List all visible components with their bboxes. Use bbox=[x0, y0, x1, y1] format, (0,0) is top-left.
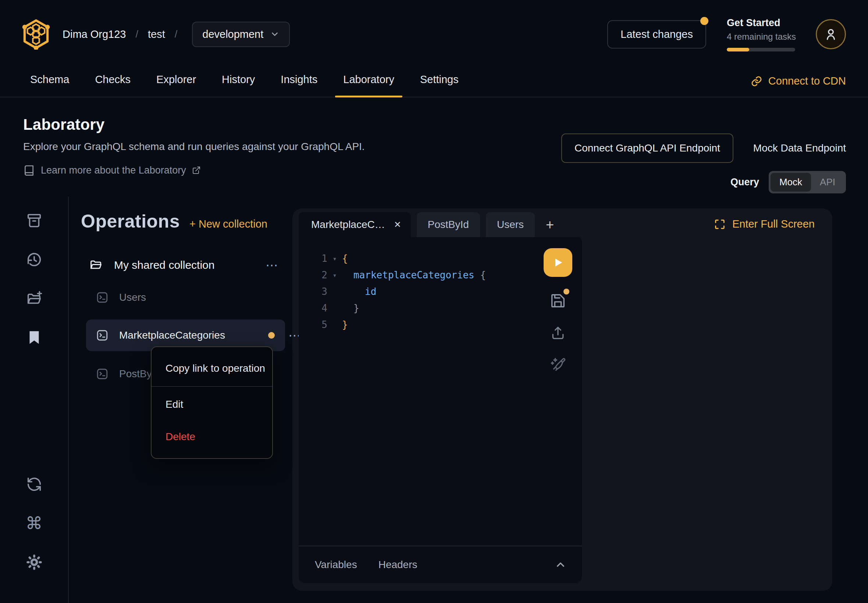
latest-changes-button[interactable]: Latest changes bbox=[607, 20, 706, 48]
editor-tab-label: Users bbox=[497, 219, 524, 230]
target-select[interactable]: development bbox=[192, 22, 290, 47]
operation-row-users[interactable]: Users bbox=[86, 287, 285, 308]
breadcrumb: Dima Org123 / test / development bbox=[62, 22, 290, 47]
settings-gear-icon[interactable] bbox=[26, 554, 43, 571]
nav-tab-laboratory[interactable]: Laboratory bbox=[335, 74, 402, 97]
collection-name: My shared collection bbox=[114, 259, 214, 271]
query-mode-toggle: Mock API bbox=[769, 171, 846, 193]
refresh-icon[interactable] bbox=[26, 476, 43, 493]
fullscreen-button[interactable]: Enter Full Screen bbox=[714, 218, 815, 230]
menu-item-delete[interactable]: Delete bbox=[152, 421, 272, 453]
editor-tab-label: PostById bbox=[428, 219, 469, 230]
breadcrumb-separator: / bbox=[175, 29, 178, 40]
latest-changes-label: Latest changes bbox=[620, 28, 693, 40]
operation-name: Users bbox=[119, 292, 146, 303]
main-nav: Schema Checks Explorer History Insights … bbox=[0, 59, 868, 97]
unsaved-dot bbox=[563, 289, 569, 295]
learn-more-link[interactable]: Learn more about the Laboratory bbox=[23, 164, 365, 176]
code-token: } bbox=[342, 317, 348, 333]
breadcrumb-project[interactable]: test bbox=[148, 28, 165, 40]
editor-tab-marketplacecategories[interactable]: MarketplaceC… ✕ bbox=[299, 212, 411, 237]
query-mode-api[interactable]: API bbox=[811, 173, 844, 192]
user-avatar[interactable] bbox=[816, 19, 846, 49]
connect-cdn-link[interactable]: Connect to CDN bbox=[751, 75, 846, 97]
page-description: Explore your GraphQL schema and run quer… bbox=[23, 141, 365, 153]
prettify-button[interactable] bbox=[549, 356, 566, 373]
query-mode-mock[interactable]: Mock bbox=[771, 173, 811, 192]
hive-logo-icon[interactable] bbox=[22, 19, 50, 49]
fold-arrow-icon[interactable]: ▾ bbox=[327, 250, 342, 267]
operation-icon bbox=[96, 367, 109, 380]
line-number: 4 bbox=[316, 300, 327, 317]
code-token: { bbox=[342, 250, 348, 267]
new-collection-button[interactable]: + New collection bbox=[189, 218, 268, 230]
collection-menu-button[interactable]: ⋯ bbox=[266, 261, 279, 269]
operations-sidebar: Operations + New collection My shared co… bbox=[68, 197, 292, 603]
code-area[interactable]: 1 ▾ { 2 ▾ marketplaceCategories { 3 bbox=[299, 237, 582, 546]
top-bar: Dima Org123 / test / development Latest … bbox=[0, 0, 868, 59]
expand-icon bbox=[714, 218, 726, 230]
upload-icon bbox=[550, 325, 566, 341]
query-toggle-label: Query bbox=[730, 176, 759, 188]
history-icon[interactable] bbox=[26, 251, 43, 268]
collection-row[interactable]: My shared collection ⋯ bbox=[69, 255, 292, 275]
broom-sparkles-icon bbox=[549, 356, 566, 373]
run-query-button[interactable] bbox=[544, 248, 572, 277]
operations-title: Operations bbox=[81, 211, 180, 232]
headers-tab[interactable]: Headers bbox=[379, 559, 418, 571]
breadcrumb-separator: / bbox=[135, 29, 138, 40]
editor-tab-users[interactable]: Users bbox=[486, 212, 535, 237]
code-token: marketplaceCategories bbox=[342, 267, 475, 283]
share-button[interactable] bbox=[550, 325, 566, 341]
save-icon bbox=[549, 292, 566, 309]
close-icon[interactable]: ✕ bbox=[394, 220, 401, 230]
learn-more-label: Learn more about the Laboratory bbox=[41, 165, 186, 176]
code-line: 5 } bbox=[316, 317, 582, 333]
chevron-down-icon bbox=[270, 29, 280, 39]
variables-tab[interactable]: Variables bbox=[315, 559, 357, 571]
nav-tab-explorer[interactable]: Explorer bbox=[148, 74, 204, 97]
command-icon[interactable]: ⌘ bbox=[26, 515, 43, 532]
editor-footer: Variables Headers bbox=[299, 546, 582, 583]
editor-tab-postbyid[interactable]: PostById bbox=[417, 212, 480, 237]
line-number: 2 bbox=[316, 267, 327, 283]
get-started-widget[interactable]: Get Started 4 remaining tasks bbox=[727, 17, 795, 51]
breadcrumb-org[interactable]: Dima Org123 bbox=[62, 28, 126, 40]
folder-plus-icon[interactable] bbox=[26, 290, 43, 307]
nav-tab-schema[interactable]: Schema bbox=[22, 74, 77, 97]
operation-icon bbox=[96, 291, 109, 304]
query-editor[interactable]: 1 ▾ { 2 ▾ marketplaceCategories { 3 bbox=[299, 237, 582, 583]
connect-endpoint-button[interactable]: Connect GraphQL API Endpoint bbox=[561, 133, 733, 163]
operation-icon bbox=[96, 329, 109, 342]
line-number: 1 bbox=[316, 250, 327, 267]
get-started-title: Get Started bbox=[727, 17, 795, 29]
fullscreen-label: Enter Full Screen bbox=[732, 218, 815, 230]
nav-tab-settings[interactable]: Settings bbox=[412, 74, 467, 97]
code-token: } bbox=[342, 300, 359, 317]
line-number: 3 bbox=[316, 283, 327, 300]
link-icon bbox=[751, 76, 763, 87]
menu-item-copy-link[interactable]: Copy link to operation bbox=[152, 352, 272, 385]
bookmark-icon[interactable] bbox=[26, 329, 43, 346]
menu-item-edit[interactable]: Edit bbox=[152, 388, 272, 421]
fold-arrow-icon[interactable]: ▾ bbox=[327, 267, 342, 283]
topbar-right: Latest changes Get Started 4 remaining t… bbox=[607, 17, 846, 51]
chevron-up-icon[interactable] bbox=[554, 558, 567, 571]
code-token: id bbox=[342, 283, 376, 300]
editor-tabrow: MarketplaceC… ✕ PostById Users + bbox=[292, 209, 832, 237]
save-button[interactable] bbox=[549, 292, 566, 309]
operation-context-menu: Copy link to operation Edit Delete bbox=[151, 346, 273, 459]
add-tab-button[interactable]: + bbox=[546, 217, 554, 237]
get-started-subtitle: 4 remaining tasks bbox=[727, 32, 795, 42]
archive-icon[interactable] bbox=[26, 212, 43, 229]
connect-cdn-label: Connect to CDN bbox=[768, 75, 846, 87]
main-area: ⌘ Operations + New collecti bbox=[0, 197, 868, 603]
nav-tab-insights[interactable]: Insights bbox=[272, 74, 325, 97]
play-icon bbox=[552, 256, 564, 269]
person-icon bbox=[823, 26, 839, 42]
mock-data-endpoint-button[interactable]: Mock Data Endpoint bbox=[753, 142, 846, 154]
nav-tab-checks[interactable]: Checks bbox=[87, 74, 139, 97]
nav-tab-history[interactable]: History bbox=[214, 74, 263, 97]
menu-divider bbox=[152, 386, 272, 387]
unsaved-dot bbox=[268, 332, 275, 339]
